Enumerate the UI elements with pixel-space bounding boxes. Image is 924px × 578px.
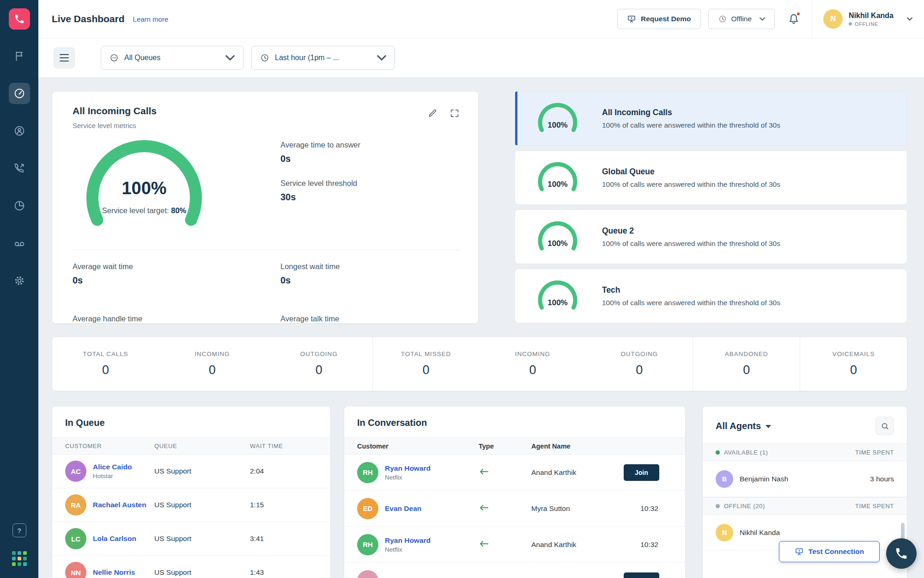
wait-time-cell: 1:43 (250, 568, 317, 577)
queue-card-desc: 100% of calls were answered within the t… (602, 240, 780, 248)
customer-name-link[interactable]: Ryan Howard (385, 464, 431, 473)
service-level-gauge: 100% Service level target: 80% (73, 139, 216, 231)
chevron-down-icon (225, 53, 235, 62)
sidebar-item-onboarding[interactable] (9, 45, 30, 67)
customer-cell: RH Ryan Howard Netflix (357, 462, 479, 483)
queue-card-all-incoming[interactable]: 100% All Incoming Calls 100% of calls we… (515, 91, 907, 146)
help-button[interactable]: ? (12, 523, 26, 537)
agent-status-dropdown[interactable]: Offline (708, 9, 775, 29)
metric-value: 0s (280, 154, 360, 164)
edit-pencil-icon[interactable] (427, 108, 438, 118)
learn-more-link[interactable]: Learn more (133, 15, 169, 23)
main-column: Live Dashboard Learn more Request Demo O… (38, 0, 924, 578)
presentation-icon (627, 14, 636, 24)
queue-gauge: 100% (531, 159, 584, 197)
in-queue-header-row: CUSTOMER QUEUE WAIT TIME (52, 437, 330, 455)
apps-grid-dot (18, 562, 21, 566)
queue-card-title: All Incoming Calls (602, 108, 780, 117)
apps-grid-dot (23, 557, 27, 560)
join-call-button[interactable]: Join (624, 572, 659, 578)
apps-launcher[interactable] (12, 551, 27, 566)
metric-label: Average talk time (280, 314, 460, 323)
customer-name-link[interactable]: Rachael Austen (93, 501, 146, 509)
incoming-call-arrow-icon (479, 502, 531, 515)
apps-grid-dot (23, 562, 27, 566)
customer-name-link[interactable]: Ryan Howard (385, 536, 431, 545)
metric-item: Average wait time 0s (73, 262, 280, 286)
column-header: WAIT TIME (250, 443, 317, 449)
queue-card-tech[interactable]: 100% Tech 100% of calls were answered wi… (515, 269, 907, 323)
sidebar-item-reports[interactable] (9, 195, 30, 216)
queue-summary-list: 100% All Incoming Calls 100% of calls we… (515, 91, 907, 324)
request-demo-button[interactable]: Request Demo (617, 9, 701, 29)
in-conversation-row: ED Evan Dean Myra Sutton 10:32 (344, 491, 685, 527)
agents-filter-dropdown[interactable]: All Agents (716, 421, 771, 431)
notifications-button[interactable] (788, 13, 800, 25)
sidebar-item-contacts[interactable] (9, 120, 30, 141)
wait-time-cell: 1:15 (250, 501, 317, 509)
in-conversation-header-row: Customer Type Agent Name (344, 437, 685, 455)
queue-card-queue-2[interactable]: 100% Queue 2 100% of calls were answered… (515, 209, 907, 264)
service-bottom-metrics: Average wait time 0s Longest wait time 0… (73, 250, 460, 324)
queue-card-global-queue[interactable]: 100% Global Queue 100% of calls were ans… (515, 150, 907, 205)
customer-cell: NN Nellie Norris (65, 562, 154, 578)
stat-total-missed: TOTAL MISSED 0 (373, 337, 480, 391)
service-top-metrics: Average time to answer 0s Service level … (280, 139, 360, 245)
expand-icon[interactable] (450, 108, 460, 118)
customer-names: Alice Caido Hotstar (93, 463, 132, 480)
stats-group-abandoned: ABANDONED 0 (693, 337, 800, 391)
stat-label: INCOMING (195, 350, 230, 357)
test-connection-button[interactable]: Test Connection (779, 541, 880, 562)
app-logo[interactable] (9, 8, 30, 30)
in-queue-row: NN Nellie Norris US Support 1:43 (52, 556, 330, 578)
apps-grid-dot (18, 551, 21, 555)
apps-grid-dot (12, 557, 16, 560)
top-bar: Live Dashboard Learn more Request Demo O… (38, 0, 924, 38)
agents-available-header: AVAILABLE (1) TIME SPENT (703, 443, 907, 461)
join-call-button[interactable]: Join (624, 464, 659, 481)
customer-avatar: RH (357, 462, 378, 483)
sidebar-item-calls[interactable] (9, 158, 30, 179)
stat-outgoing: OUTGOING 0 (266, 337, 372, 391)
customer-name-link[interactable]: Alice Caido (93, 463, 132, 471)
wait-time-cell: 2:04 (250, 467, 317, 475)
user-status: OFFLINE (849, 21, 894, 27)
stat-total-calls: TOTAL CALLS 0 (52, 337, 159, 391)
apps-grid-dot (12, 551, 16, 555)
phone-fab-button[interactable] (886, 538, 917, 569)
column-header: Agent Name (531, 443, 624, 450)
user-menu[interactable]: N Nikhil Kanda OFFLINE (812, 0, 912, 38)
phone-icon (894, 547, 908, 560)
metric-label: Average time to answer (280, 141, 360, 149)
sidebar-item-live-dashboard[interactable] (9, 83, 30, 104)
menu-toggle-button[interactable] (54, 47, 75, 68)
metric-value: 0s (280, 275, 460, 286)
customer-name-link[interactable]: Nellie Norris (93, 568, 135, 577)
clock-icon (260, 53, 269, 62)
time-range-dropdown[interactable]: Last hour (1pm – ... (251, 46, 395, 70)
stat-abandoned: ABANDONED 0 (693, 337, 800, 391)
sidebar-item-voicemail[interactable] (9, 233, 30, 254)
agent-name: Nikhil Kanda (740, 529, 780, 537)
customer-name-link[interactable]: Lola Carlson (93, 535, 136, 543)
in-conversation-row: RH Ryan Howard Netflix Anand Karthik 10:… (344, 527, 685, 563)
in-queue-row: LC Lola Carlson US Support 3:41 (52, 522, 330, 556)
customer-cell: RA Rachael Austen (65, 494, 154, 516)
sidebar: ? (0, 0, 38, 578)
queue-filter-dropdown[interactable]: All Queues (101, 46, 243, 70)
gear-icon (13, 275, 25, 287)
stat-value: 0 (529, 363, 536, 377)
sidebar-item-admin[interactable] (9, 270, 30, 291)
customer-name-link[interactable]: Evan Dean (385, 504, 421, 513)
phone-call-icon (13, 162, 25, 174)
gauge-value: 100% (73, 178, 216, 198)
queue-gauge-value: 100% (531, 239, 584, 248)
queue-gauge-value: 100% (531, 180, 584, 189)
voicemail-icon (13, 237, 25, 249)
filter-bar: All Queues Last hour (1pm – ... (38, 38, 924, 77)
queue-cell: US Support (154, 568, 250, 577)
customer-cell: ED Evan Dean (357, 498, 479, 519)
section-label: AVAILABLE (1) (724, 449, 768, 456)
queue-card-text: All Incoming Calls 100% of calls were an… (602, 108, 780, 129)
agent-search-button[interactable] (875, 417, 894, 435)
